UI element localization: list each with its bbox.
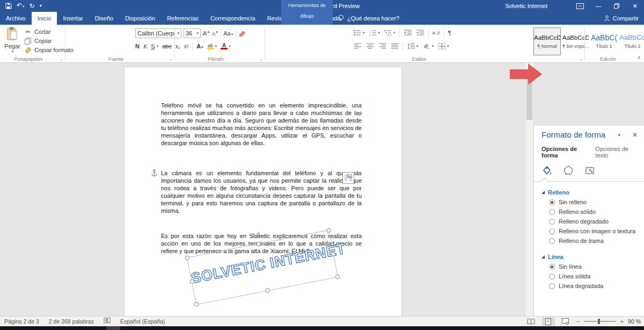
tab-diseno[interactable]: Diseño [89, 12, 119, 25]
layout-options-button[interactable] [342, 172, 354, 184]
radio-icon [549, 283, 555, 289]
radio-icon [549, 274, 555, 279]
proofing-icon[interactable] [104, 318, 111, 325]
paragraph[interactable]: Teléfono móvil se ha convertido en un el… [161, 102, 362, 147]
taskbar-strip [0, 326, 644, 330]
radio-icon [549, 228, 555, 234]
fill-line-icon[interactable] [541, 165, 552, 177]
collapse-triangle-icon [541, 255, 545, 259]
radio-sin-linea[interactable]: Sin línea [549, 263, 638, 270]
web-layout-icon[interactable] [559, 317, 572, 326]
zoom-out-icon[interactable]: − [576, 318, 580, 325]
radio-icon [549, 219, 555, 225]
status-bar: Página 2 de 3 2 de 268 palabras Español … [0, 316, 644, 326]
paste-label: Pegar [4, 43, 20, 49]
account-name[interactable]: Solvetic Internet [505, 0, 547, 12]
zoom-slider[interactable] [584, 321, 616, 322]
collapse-ribbon-icon[interactable]: ∧ [637, 55, 641, 60]
group-portapapeles: Pegar▾ ✂ Cortar Copiar Copiar formato Po… [0, 25, 64, 62]
radio-linea-degradada[interactable]: Línea degradada [549, 283, 638, 289]
person-icon [604, 15, 610, 21]
tab-referencias[interactable]: Referencias [161, 12, 204, 25]
pane-close-icon[interactable]: ✕ [632, 131, 638, 139]
tab-correspondencia[interactable]: Correspondencia [204, 12, 261, 25]
vertical-scrollbar[interactable]: ▲ [525, 63, 533, 316]
scissors-icon: ✂ [24, 27, 32, 36]
tab-insertar[interactable]: Insertar [57, 12, 89, 25]
radio-icon [549, 209, 555, 215]
document-area: Teléfono móvil se ha convertido en un el… [0, 63, 644, 316]
share-label: Compartir [613, 15, 639, 21]
language-indicator[interactable]: Español (España) [120, 318, 165, 325]
resize-handle[interactable] [185, 255, 189, 260]
radio-relleno-trama[interactable]: Relleno de trama [549, 238, 638, 244]
word-count[interactable]: 2 de 268 palabras [49, 318, 94, 325]
style-normal[interactable]: AaBbCcDc¶ Normal [533, 27, 561, 55]
tab-opciones-de-texto[interactable]: Opciones de texto [595, 146, 638, 159]
group-fuente: Calibri (Cuerpo▾ 36▾ A▲ A▼ Aa▾ N K S▾ ab… [65, 25, 174, 62]
dialog-launcher-icon[interactable]: ⌟ [60, 56, 62, 61]
radio-icon [549, 238, 555, 244]
contextual-tab-group: Herramientas de dibujo Formato [281, 0, 333, 25]
dialog-launcher-icon[interactable]: ⌟ [580, 56, 582, 61]
anchor-icon [151, 169, 157, 178]
zoom-slider-thumb[interactable] [598, 319, 600, 324]
restore-button[interactable] [608, 0, 626, 12]
pane-menu-icon[interactable]: ▾ [618, 132, 620, 138]
bold-button[interactable]: N [135, 43, 140, 49]
resize-handle[interactable] [256, 241, 261, 246]
word-window: Herramientas de dibujo Formato ↶▾ ↻ ▾ Do… [0, 0, 644, 330]
tell-me-label: ¿Qué desea hacer? [347, 15, 399, 21]
page-indicator[interactable]: Página 2 de 3 [4, 318, 39, 325]
print-layout-icon[interactable] [542, 317, 555, 326]
layout-properties-icon[interactable] [584, 165, 595, 177]
radio-relleno-degradado[interactable]: Relleno degradado [549, 218, 638, 225]
ribbon-display-options-icon[interactable] [571, 0, 589, 12]
paragraph[interactable]: La cámara es un elemento fundamental del… [161, 169, 362, 214]
tab-disposicion[interactable]: Disposición [119, 12, 161, 25]
zoom-in-icon[interactable]: + [620, 318, 624, 325]
section-relleno[interactable]: Relleno [541, 189, 638, 196]
tab-inicio[interactable]: Inicio [32, 12, 57, 25]
minimize-button[interactable]: — [589, 0, 608, 12]
clipboard-icon [6, 27, 18, 41]
radio-icon [549, 199, 555, 205]
tab-opciones-de-forma[interactable]: Opciones de forma [541, 146, 589, 159]
taskbar-app [106, 326, 120, 330]
radio-sin-relleno[interactable]: Sin relleno [549, 199, 638, 205]
group-label: Párrafo [175, 56, 257, 62]
pane-title: Formato de forma [541, 130, 618, 139]
group-label: Portapapeles [0, 56, 57, 62]
brush-icon [24, 46, 32, 54]
italic-button[interactable]: K [143, 43, 147, 49]
zoom-level[interactable]: 90 % [628, 318, 641, 325]
dialog-launcher-icon[interactable]: ⌟ [260, 56, 262, 61]
radio-icon [549, 264, 555, 270]
strikethrough-button[interactable]: abc [162, 43, 172, 49]
paste-button[interactable]: Pegar▾ [3, 27, 21, 59]
read-mode-icon[interactable] [525, 317, 538, 326]
share-button[interactable]: Compartir [604, 12, 639, 25]
lightbulb-icon [338, 15, 344, 22]
group-label: Edición [585, 56, 631, 62]
section-linea[interactable]: Línea [541, 254, 638, 260]
radio-relleno-solido[interactable]: Relleno sólido [549, 209, 638, 215]
tell-me-box[interactable]: ¿Qué desea hacer? [338, 12, 399, 25]
tab-archivo[interactable]: Archivo [0, 12, 32, 25]
close-button[interactable]: ✕ [626, 0, 644, 12]
group-label: Fuente [65, 56, 166, 62]
group-parrafo: ▾ 123▾ ▾ A↓Z ¶ ▾ ▾ ▾ Párraf [175, 25, 264, 62]
radio-linea-solida[interactable]: Línea sólida [549, 273, 638, 279]
tab-formato[interactable]: Formato [281, 21, 333, 34]
contextual-header: Herramientas de dibujo [281, 0, 333, 21]
format-shape-pane: Formato de forma ▾ ✕ Opciones de forma O… [533, 126, 644, 316]
group-label: Estilos [265, 56, 573, 62]
dialog-launcher-icon[interactable]: ⌟ [170, 56, 172, 61]
radio-relleno-imagen[interactable]: Relleno con imagen o textura [549, 228, 638, 234]
copy-icon [24, 37, 32, 45]
underline-button[interactable]: S [151, 43, 155, 49]
collapse-triangle-icon [541, 191, 545, 194]
effects-icon[interactable] [563, 165, 574, 177]
group-edicion: Buscar▾ ab⇄ Reemplazar Seleccionar▾ Edic… [585, 25, 639, 62]
